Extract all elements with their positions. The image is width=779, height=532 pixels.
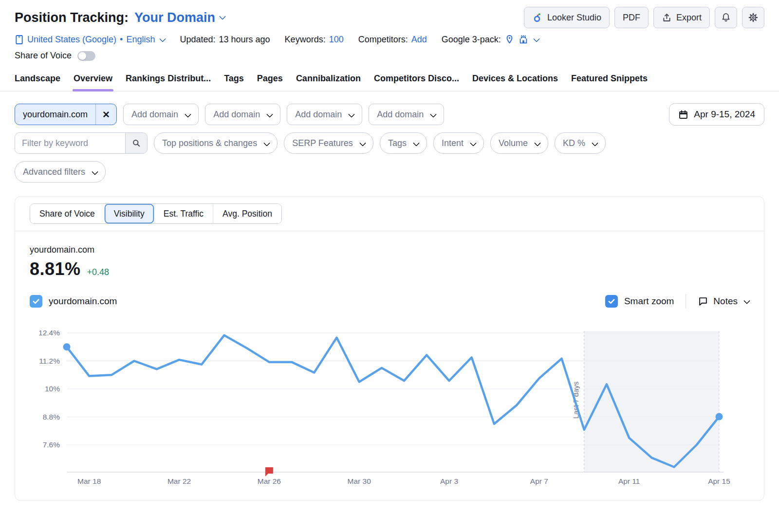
metric-tab-visibility[interactable]: Visibility [104, 204, 154, 223]
project-name: Your Domain [134, 7, 215, 28]
chevron-down-icon [534, 139, 541, 146]
date-range-picker[interactable]: Apr 9-15, 2024 [669, 103, 764, 126]
series-checkbox[interactable] [30, 295, 42, 308]
keyword-filter-group [15, 132, 148, 154]
tab-overview[interactable]: Overview [74, 73, 112, 91]
top-positions-filter[interactable]: Top positions & changes [154, 132, 278, 154]
tab-tags[interactable]: Tags [224, 73, 244, 91]
search-icon [131, 138, 141, 148]
x-axis-tick: Apr 3 [440, 477, 458, 485]
x-axis-tick: Mar 26 [258, 477, 281, 485]
add-domain-dropdown-4[interactable]: Add domain [369, 104, 444, 125]
tab-cannibalization[interactable]: Cannibalization [296, 73, 361, 91]
campaign-meta: United States (Google) • English Updated… [15, 34, 764, 45]
settings-button[interactable] [742, 7, 764, 28]
x-axis-tick: Mar 18 [77, 477, 101, 485]
keyword-filter-input[interactable] [15, 133, 125, 153]
notes-dropdown[interactable]: Notes [698, 296, 749, 307]
language-label: English [126, 35, 155, 45]
chevron-down-icon [592, 139, 598, 146]
last-7-days-region [584, 331, 719, 472]
notifications-button[interactable] [715, 7, 737, 28]
tab-pages[interactable]: Pages [257, 73, 283, 91]
intent-filter[interactable]: Intent [433, 132, 484, 154]
keywords-value-link[interactable]: 100 [329, 35, 344, 45]
advanced-filters-label: Advanced filters [23, 167, 85, 177]
add-domain-dropdown-3[interactable]: Add domain [287, 104, 362, 125]
intent-label: Intent [442, 138, 464, 148]
updated-value: 13 hours ago [219, 35, 270, 45]
chart-area: 12.4%11.2%10%8.8%7.6%Last 7 daysMar 18Ma… [15, 310, 764, 489]
tab-featured-snippets[interactable]: Featured Snippets [571, 73, 648, 91]
visibility-delta: +0.48 [87, 267, 110, 277]
volume-filter[interactable]: Volume [490, 132, 548, 154]
pdf-button[interactable]: PDF [614, 7, 649, 28]
smart-zoom-checkbox[interactable] [605, 295, 618, 308]
page-header: Position Tracking: Your Domain Looker St… [15, 0, 764, 28]
meta-bullet: • [120, 35, 123, 45]
competitors-add-link[interactable]: Add [411, 35, 427, 45]
report-tabs: Landscape Overview Rankings Distribut...… [0, 73, 779, 92]
metric-tab-avg-position[interactable]: Avg. Position [213, 204, 281, 223]
keyword-filter-row: Top positions & changes SERP Features Ta… [15, 132, 764, 154]
chevron-down-icon [92, 168, 98, 175]
series-legend: yourdomain.com [30, 295, 117, 308]
share-of-voice-toggle[interactable] [77, 51, 95, 61]
volume-label: Volume [499, 138, 528, 148]
date-range-label: Apr 9-15, 2024 [694, 109, 755, 120]
data-point-dot[interactable] [716, 413, 723, 421]
looker-studio-label: Looker Studio [547, 13, 601, 23]
looker-studio-button[interactable]: Looker Studio [524, 7, 610, 28]
kd-filter[interactable]: KD % [555, 132, 606, 154]
x-axis-tick: Mar 22 [167, 477, 191, 485]
chevron-down-icon [348, 110, 355, 117]
chevron-down-icon [470, 139, 477, 146]
tags-label: Tags [388, 138, 407, 148]
export-button[interactable]: Export [653, 7, 710, 28]
vertical-divider [686, 294, 686, 309]
g3pack-label: Google 3-pack: [442, 35, 501, 45]
tab-landscape[interactable]: Landscape [15, 73, 60, 91]
chevron-down-icon [430, 110, 437, 117]
visibility-chart[interactable]: 12.4%11.2%10%8.8%7.6%Last 7 daysMar 18Ma… [28, 313, 734, 487]
tab-competitors-discovery[interactable]: Competitors Disco... [374, 73, 459, 91]
data-point-dot[interactable] [63, 343, 71, 350]
x-axis-tick: Apr 7 [530, 477, 548, 485]
advanced-filters-dropdown[interactable]: Advanced filters [15, 161, 106, 183]
y-axis-tick: 10% [45, 385, 60, 393]
note-marker[interactable] [265, 467, 273, 477]
add-domain-dropdown-2[interactable]: Add domain [205, 104, 280, 125]
remove-domain-button[interactable]: ✕ [95, 104, 116, 125]
chevron-down-icon[interactable] [533, 35, 540, 42]
project-selector[interactable]: Your Domain [134, 7, 225, 28]
tab-rankings-distribution[interactable]: Rankings Distribut... [126, 73, 211, 91]
tags-filter[interactable]: Tags [380, 132, 427, 154]
add-domain-label: Add domain [213, 110, 260, 120]
add-domain-label: Add domain [377, 110, 424, 120]
share-of-voice-row: Share of Voice [15, 51, 764, 61]
location-language-selector[interactable]: United States (Google) • English [15, 35, 165, 45]
chart-options: Smart zoom Notes [605, 294, 749, 309]
visibility-value: 8.81% [30, 259, 81, 279]
add-domain-dropdown-1[interactable]: Add domain [123, 104, 199, 125]
metric-tab-share-of-voice[interactable]: Share of Voice [30, 204, 104, 223]
keyword-search-button[interactable] [125, 133, 147, 153]
storefront-icon[interactable] [518, 34, 529, 45]
domain-filter-row: yourdomain.com ✕ Add domain Add domain A… [15, 103, 764, 126]
export-label: Export [676, 13, 702, 23]
chevron-down-icon [263, 139, 270, 146]
map-pin-icon[interactable] [504, 34, 515, 45]
add-domain-label: Add domain [131, 110, 178, 120]
x-axis-tick: Apr 15 [708, 477, 730, 485]
serp-features-filter[interactable]: SERP Features [284, 132, 373, 154]
updated-status: Updated: 13 hours ago [180, 35, 270, 45]
chevron-down-icon [359, 139, 366, 146]
page-title-text: Position Tracking: [15, 7, 129, 28]
tab-devices-locations[interactable]: Devices & Locations [472, 73, 558, 91]
checkmark-icon [607, 297, 616, 306]
location-label: United States (Google) [27, 35, 116, 45]
competitors: Competitors: Add [358, 35, 427, 45]
notes-label: Notes [713, 296, 738, 307]
metric-tab-est-traffic[interactable]: Est. Traffic [154, 204, 213, 223]
keywords-label: Keywords: [285, 35, 326, 45]
